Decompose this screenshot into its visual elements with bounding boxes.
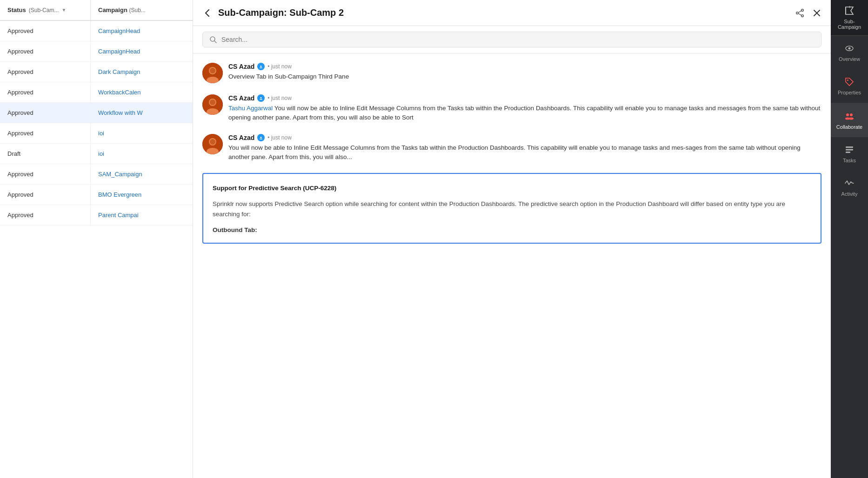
comment-meta: CS Azad • just now: [228, 63, 821, 70]
comment-author: CS Azad: [228, 63, 254, 70]
cell-campaign[interactable]: BMO Evergreen: [91, 185, 193, 205]
comment-meta: CS Azad • just now: [228, 94, 821, 102]
sidebar-item-collaborate[interactable]: Collaborate: [831, 103, 868, 137]
collaborate-icon: [844, 110, 855, 121]
header-actions: [795, 8, 821, 18]
cell-status: Approved: [0, 205, 91, 225]
user-icon: [257, 63, 265, 70]
panel-title: Sub-Campaign: Sub-Camp 2: [218, 7, 795, 18]
inline-box-title: Support for Predictive Search (UCP-6228): [213, 183, 811, 193]
table-row[interactable]: Approved SAM_Campaign: [0, 164, 193, 185]
svg-point-30: [850, 113, 853, 116]
inline-box-text: Sprinklr now supports Predictive Search …: [213, 199, 811, 220]
status-sub: (Sub-Cam...: [29, 7, 59, 13]
sidebar-item-properties[interactable]: Properties: [831, 69, 868, 103]
cell-campaign[interactable]: CampaignHead: [91, 41, 193, 61]
comment-time: • just now: [267, 95, 292, 101]
sidebar-item-label-activity: Activity: [841, 191, 858, 197]
campaign-label: Campaign: [98, 7, 127, 13]
svg-line-3: [798, 11, 801, 13]
back-button[interactable]: [202, 8, 213, 18]
table-row[interactable]: Draft ioi: [0, 144, 193, 164]
comment-time: • just now: [267, 63, 292, 70]
close-button[interactable]: [812, 8, 821, 18]
svg-point-32: [849, 118, 854, 120]
sidebar-item-tasks[interactable]: Tasks: [831, 137, 868, 171]
table-row[interactable]: Approved Workflow with W: [0, 103, 193, 123]
sidebar-item-label-sub-campaign: Sub-Campaign: [838, 19, 861, 30]
comment-text: Tashu Aggarwal You will now be able to I…: [228, 104, 821, 123]
cell-campaign[interactable]: CampaignHead: [91, 21, 193, 41]
svg-point-1: [796, 12, 798, 13]
sidebar-item-activity[interactable]: Activity: [831, 171, 868, 204]
table-header: Status (Sub-Cam... ▼ Campaign (Sub...: [0, 0, 193, 21]
avatar-img: [202, 134, 223, 154]
sidebar-item-label-properties: Properties: [838, 90, 861, 95]
cell-status: Approved: [0, 123, 91, 143]
table-row[interactable]: Approved Dark Campaign: [0, 62, 193, 82]
svg-point-2: [801, 14, 803, 16]
share-button[interactable]: [795, 8, 805, 18]
cell-campaign[interactable]: ioi: [91, 123, 193, 143]
table-row[interactable]: Approved BMO Evergreen: [0, 185, 193, 205]
cell-campaign[interactable]: SAM_Campaign: [91, 164, 193, 184]
comment-text: You will now be able to Inline Edit Mess…: [228, 143, 821, 162]
comment-author: CS Azad: [228, 94, 254, 102]
outbound-label: Outbound Tab:: [213, 225, 811, 235]
comment-body: CS Azad • just now You will now be able …: [228, 134, 821, 162]
sidebar-item-label-tasks: Tasks: [843, 158, 856, 163]
avatar-img: [202, 94, 223, 115]
comment-meta: CS Azad • just now: [228, 134, 821, 141]
comments-area: CS Azad • just now Overview Tab in Sub-C…: [193, 53, 831, 478]
user-icon: [257, 94, 265, 102]
cell-status: Approved: [0, 185, 91, 205]
mention: Tashu Aggarwal: [228, 105, 273, 112]
cell-campaign[interactable]: Workflow with W: [91, 103, 193, 123]
avatar: [202, 134, 223, 154]
svg-line-4: [798, 13, 801, 15]
svg-point-22: [210, 139, 215, 145]
comment-author: CS Azad: [228, 134, 254, 141]
search-input[interactable]: [221, 36, 815, 43]
cell-campaign[interactable]: Parent Campai: [91, 205, 193, 225]
svg-point-29: [846, 113, 849, 116]
eye-icon: [844, 43, 855, 53]
cell-campaign[interactable]: ioi: [91, 144, 193, 164]
cell-campaign[interactable]: WorkbackCalen: [91, 82, 193, 102]
cell-status: Approved: [0, 41, 91, 61]
user-icon: [257, 134, 265, 141]
comment-body: CS Azad • just now Tashu Aggarwal You wi…: [228, 94, 821, 123]
sidebar-item-overview[interactable]: Overview: [831, 36, 868, 69]
svg-rect-35: [846, 152, 850, 153]
search-bar: [193, 26, 831, 53]
table-row[interactable]: Approved ioi: [0, 123, 193, 144]
cell-status: Approved: [0, 103, 91, 123]
avatar-img: [202, 63, 223, 83]
search-wrapper: [202, 32, 821, 47]
sidebar-item-sub-campaign[interactable]: Sub-Campaign: [831, 0, 868, 36]
table-row[interactable]: Approved CampaignHead: [0, 41, 193, 62]
avatar: [202, 63, 223, 83]
activity-icon: [844, 178, 855, 188]
table-row[interactable]: Approved WorkbackCalen: [0, 82, 193, 103]
svg-rect-33: [846, 146, 853, 148]
svg-point-12: [210, 68, 215, 73]
sort-icon: ▼: [61, 7, 66, 13]
panel-header: Sub-Campaign: Sub-Camp 2: [193, 0, 831, 26]
table-row[interactable]: Approved Parent Campai: [0, 205, 193, 226]
svg-point-17: [210, 100, 215, 105]
flag-icon: [844, 6, 855, 16]
comment-body: CS Azad • just now Overview Tab in Sub-C…: [228, 63, 821, 83]
right-sidebar: Sub-Campaign Overview Properties: [831, 0, 868, 478]
cell-status: Draft: [0, 144, 91, 164]
cell-campaign[interactable]: Dark Campaign: [91, 62, 193, 82]
cell-status: Approved: [0, 21, 91, 41]
avatar: [202, 94, 223, 115]
status-column-header[interactable]: Status (Sub-Cam... ▼: [0, 0, 91, 20]
search-icon: [209, 36, 217, 43]
comment-item: CS Azad • just now Overview Tab in Sub-C…: [202, 63, 821, 83]
svg-line-8: [214, 41, 216, 43]
comment-time: • just now: [267, 134, 292, 141]
table-row[interactable]: Approved CampaignHead: [0, 21, 193, 41]
cell-status: Approved: [0, 82, 91, 102]
